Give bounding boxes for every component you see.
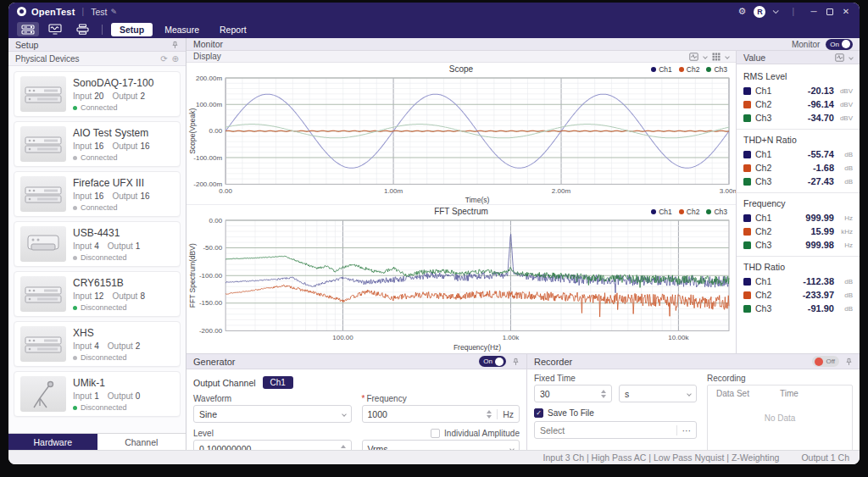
main-tabs: SetupMeasureReport: [111, 23, 255, 36]
edit-project-icon[interactable]: ✎: [110, 8, 117, 16]
device-status: Disconnected: [73, 253, 140, 262]
tab-channel[interactable]: Channel: [97, 434, 186, 450]
fft-legend: Ch1Ch2Ch3: [651, 208, 727, 216]
setup-panel-header: Setup: [8, 38, 186, 52]
level-input[interactable]: [199, 444, 336, 451]
settings-gear-icon[interactable]: ⚙: [738, 6, 747, 17]
waveform-value-icon[interactable]: [835, 53, 844, 62]
legend-dot: [651, 209, 656, 214]
save-to-file-checkbox[interactable]: [534, 408, 543, 418]
level-unit-select[interactable]: Vrms: [362, 440, 520, 450]
tab-measure[interactable]: Measure: [156, 23, 208, 36]
individual-amplitude-checkbox[interactable]: [431, 429, 440, 438]
chevron-down-icon[interactable]: [725, 54, 730, 59]
avatar[interactable]: R: [754, 6, 765, 18]
svg-text:0.00: 0.00: [209, 217, 223, 225]
status-text: Disconnected: [81, 353, 127, 362]
app-logo-icon: [17, 7, 26, 16]
svg-text:2.00m: 2.00m: [552, 187, 571, 195]
device-io: Input20Output2: [73, 92, 153, 101]
add-device-icon[interactable]: ⊕: [172, 54, 179, 64]
individual-amplitude-label: Individual Amplitude: [444, 429, 520, 438]
device-name: UMik-1: [73, 377, 140, 389]
maximize-button[interactable]: [826, 8, 833, 15]
device-card[interactable]: USB-4431Input4Output1Disconnected: [14, 221, 181, 267]
time-unit-select[interactable]: s: [619, 385, 697, 402]
device-io: Input12Output8: [73, 291, 145, 301]
legend-item-ch2[interactable]: Ch2: [679, 208, 700, 216]
measurement-value: -233.97: [803, 290, 834, 300]
printer-icon: [76, 24, 89, 35]
measurement-unit: dBV: [834, 101, 853, 108]
device-card[interactable]: UMik-1Input1Output0Disconnected: [14, 371, 181, 417]
measurement-value: 999.98: [805, 240, 834, 250]
status-dot: [73, 356, 77, 360]
chevron-down-icon[interactable]: [703, 54, 708, 59]
pin-icon[interactable]: [171, 41, 179, 49]
value-row: Ch1-20.13dBV: [737, 84, 860, 97]
close-button[interactable]: ✕: [841, 7, 851, 16]
waveform-view-icon[interactable]: [689, 53, 698, 61]
recorder-toggle[interactable]: Off: [812, 356, 839, 367]
device-card[interactable]: SonoDAQ-17-100Input20Output2Connected: [14, 71, 181, 117]
monitor-toggle[interactable]: On: [826, 39, 853, 50]
svg-text:Frequency(Hz): Frequency(Hz): [453, 343, 501, 352]
legend-item-ch3[interactable]: Ch3: [706, 208, 727, 216]
value-group-label: THD+N Ratio: [737, 132, 860, 147]
measurement-unit: dB: [834, 278, 853, 286]
refresh-icon[interactable]: ⟳: [160, 54, 167, 64]
tab-setup[interactable]: Setup: [111, 23, 153, 36]
recording-col-time: Time: [780, 389, 843, 398]
device-card[interactable]: CRY6151BInput12Output8Disconnected: [14, 271, 181, 317]
device-photo: [20, 176, 66, 212]
chevron-down-icon[interactable]: [849, 55, 854, 60]
device-status: Disconnected: [73, 403, 140, 412]
save-to-file-label: Save To File: [548, 408, 594, 418]
legend-item-ch1[interactable]: Ch1: [651, 208, 672, 216]
frequency-input[interactable]: [368, 409, 482, 419]
devices-nav-icon[interactable]: [17, 22, 39, 36]
recording-col-dataset: Data Set: [716, 389, 780, 398]
value-row: Ch215.99kHz: [737, 225, 860, 238]
monitor-nav-icon[interactable]: [44, 22, 66, 36]
fixed-time-input[interactable]: [540, 389, 596, 399]
measurement-unit: Hz: [834, 214, 853, 222]
pin-icon[interactable]: [512, 358, 520, 366]
individual-amplitude-row: Individual Amplitude: [431, 429, 520, 438]
device-card[interactable]: Fireface UFX IIIInput16Output16Connected: [14, 171, 181, 217]
svg-text:-200.00m: -200.00m: [193, 180, 222, 188]
file-select-input[interactable]: [540, 425, 671, 435]
generator-header: Generator On: [186, 354, 526, 369]
pin-icon[interactable]: [845, 358, 853, 366]
tab-hardware[interactable]: Hardware: [8, 434, 97, 450]
legend-item-ch2[interactable]: Ch2: [679, 65, 700, 74]
channel-swatch: [743, 291, 751, 299]
toggle-knob: [495, 358, 504, 366]
chevron-down-icon: [342, 412, 347, 417]
project-name: Test: [91, 7, 107, 17]
value-group-label: Frequency: [737, 196, 860, 211]
svg-text:100.00m: 100.00m: [196, 101, 223, 108]
waveform-select[interactable]: Sine: [193, 405, 352, 423]
chevron-down-icon: [509, 446, 515, 450]
minimize-button[interactable]: ─: [809, 7, 819, 16]
generator-toggle[interactable]: On: [479, 356, 506, 367]
rack-icon: [21, 25, 35, 35]
output-channel-chip[interactable]: Ch1: [263, 376, 293, 389]
device-card[interactable]: AIO Test SystemInput16Output16Connected: [14, 121, 181, 167]
grid-layout-icon[interactable]: [712, 53, 721, 61]
fixed-time-stepper[interactable]: [596, 390, 606, 398]
browse-files-button[interactable]: ···: [676, 425, 692, 435]
device-card[interactable]: XHSInput4Output2Disconnected: [14, 321, 181, 367]
account-chevron-down-icon[interactable]: [773, 8, 779, 14]
device-name: CRY6151B: [73, 277, 145, 289]
legend-item-ch1[interactable]: Ch1: [651, 65, 672, 74]
device-name: Fireface UFX III: [73, 177, 150, 189]
value-row: Ch1-55.74dB: [737, 147, 860, 161]
setup-bottom-tabs: HardwareChannel: [8, 433, 186, 450]
required-asterisk: *: [362, 394, 365, 403]
report-nav-icon[interactable]: [71, 22, 93, 36]
tab-report[interactable]: Report: [211, 23, 255, 36]
frequency-stepper[interactable]: [481, 410, 492, 419]
legend-item-ch3[interactable]: Ch3: [706, 65, 727, 74]
